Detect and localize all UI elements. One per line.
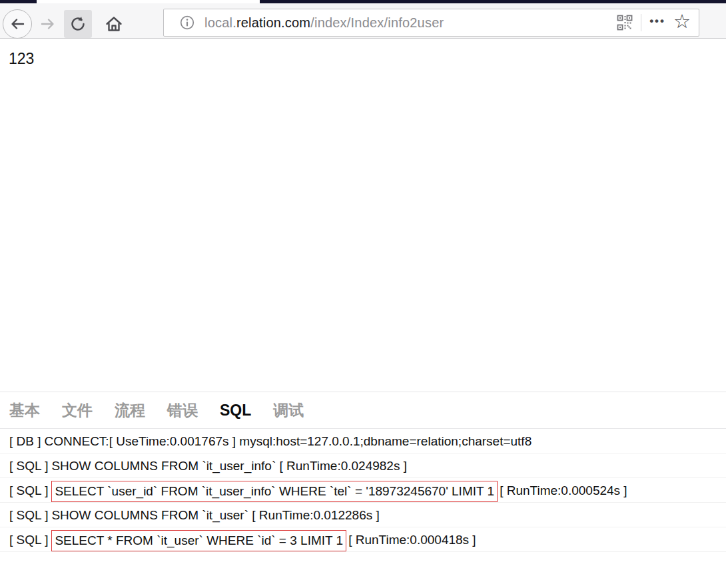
reload-button[interactable] (64, 10, 92, 38)
log-text: SHOW COLUMNS FROM `it_user_info` [ RunTi… (51, 459, 407, 473)
reload-icon (69, 15, 87, 33)
trace-tab-file[interactable]: 文件 (62, 400, 93, 421)
qr-code-icon[interactable] (611, 15, 638, 31)
log-prefix: [ SQL ] (9, 508, 48, 522)
trace-tab-process[interactable]: 流程 (115, 400, 145, 421)
trace-log-row: [ SQL ]SHOW COLUMNS FROM `it_user_info` … (0, 453, 726, 478)
trace-logs: [ DB ]CONNECT:[ UseTime:0.001767s ] mysq… (0, 429, 726, 552)
log-prefix: [ SQL ] (9, 533, 48, 547)
log-prefix: [ DB ] (9, 434, 41, 448)
trace-log-row: [ DB ]CONNECT:[ UseTime:0.001767s ] mysq… (0, 429, 726, 453)
trace-tab-error[interactable]: 错误 (167, 400, 198, 421)
forward-button[interactable] (37, 14, 59, 34)
home-button[interactable] (100, 10, 128, 38)
trace-log-row: [ SQL ]SELECT * FROM `it_user` WHERE `id… (0, 527, 726, 552)
trace-tab-basic[interactable]: 基本 (9, 400, 40, 421)
log-runtime: [ RunTime:0.000418s ] (348, 533, 476, 547)
log-prefix: [ SQL ] (9, 459, 48, 473)
page-actions-icon[interactable]: ••• (644, 15, 671, 31)
trace-tab-sql[interactable]: SQL (220, 402, 251, 420)
log-runtime: [ RunTime:0.000524s ] (500, 483, 627, 497)
log-sql-highlighted: SELECT * FROM `it_user` WHERE `id` = 3 L… (51, 530, 346, 551)
log-text: CONNECT:[ UseTime:0.001767s ] mysql:host… (45, 434, 532, 448)
page-text: 123 (9, 50, 34, 68)
home-icon (105, 15, 123, 33)
log-text: SHOW COLUMNS FROM `it_user` [ RunTime:0.… (51, 508, 379, 522)
urlbar-right-icons: ••• ☆ (611, 12, 692, 34)
url-text: local.relation.com/index/Index/info2user (204, 15, 611, 31)
site-info-icon[interactable] (180, 15, 194, 30)
address-bar[interactable]: local.relation.com/index/Index/info2user (163, 9, 699, 37)
url-path: /index/Index/info2user (310, 15, 444, 30)
trace-tab-debug[interactable]: 调试 (273, 400, 304, 421)
back-button[interactable] (3, 9, 32, 39)
log-prefix: [ SQL ] (9, 483, 48, 497)
back-arrow-icon (9, 15, 26, 33)
urlbar-separator (641, 14, 641, 31)
trace-tabs: 基本文件流程错误SQL调试 (0, 392, 726, 429)
forward-arrow-icon (39, 15, 57, 33)
browser-window: local.relation.com/index/Index/info2user (0, 0, 726, 588)
trace-log-row: [ SQL ]SELECT `user_id` FROM `it_user_in… (0, 478, 726, 503)
bookmark-star-icon[interactable]: ☆ (671, 12, 692, 34)
trace-panel: 基本文件流程错误SQL调试 [ DB ]CONNECT:[ UseTime:0.… (0, 392, 726, 552)
url-subdomain: local. (204, 15, 236, 30)
browser-toolbar: local.relation.com/index/Index/info2user (0, 3, 726, 39)
url-domain: relation.com (236, 15, 310, 30)
log-sql-highlighted: SELECT `user_id` FROM `it_user_info` WHE… (51, 481, 498, 502)
trace-log-row: [ SQL ]SHOW COLUMNS FROM `it_user` [ Run… (0, 503, 726, 527)
